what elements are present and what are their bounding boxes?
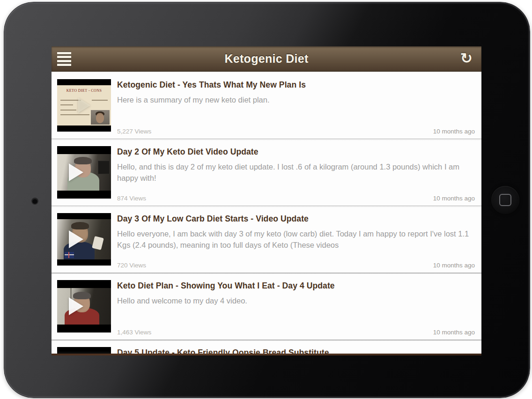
- video-views: 720 Views: [117, 262, 146, 269]
- video-meta: Ketogenic Diet - Yes Thats What My New P…: [117, 74, 475, 138]
- thumbnail-scene: [57, 154, 111, 191]
- thumbnail-slide-caption: KETO DIET - CONS: [57, 89, 111, 93]
- video-list-item[interactable]: KETO DIET - CONS: [52, 74, 481, 138]
- video-thumbnail[interactable]: [57, 146, 111, 199]
- tablet-device: Ketogenic Diet ↻ KETO DIET - CONS: [4, 2, 530, 398]
- play-icon: [69, 163, 83, 181]
- video-thumbnail[interactable]: [57, 280, 111, 332]
- video-meta: Day 5 Update - Keto Friendly Oopsie Brea…: [117, 341, 475, 355]
- video-title: Ketogenic Diet - Yes Thats What My New P…: [117, 80, 475, 90]
- play-icon: [69, 230, 83, 248]
- video-footer: 5,227 Views 10 months ago: [117, 128, 475, 135]
- play-icon: [78, 98, 90, 113]
- video-list: KETO DIET - CONS: [52, 72, 481, 355]
- video-title: Day 3 Of My Low Carb Diet Starts - Video…: [117, 214, 475, 224]
- video-list-item[interactable]: Day 5 Update - Keto Friendly Oopsie Brea…: [52, 341, 481, 355]
- video-description: Hello and welcome to my day 4 video.: [117, 296, 475, 307]
- video-footer: 874 Views 10 months ago: [117, 195, 475, 202]
- video-age: 10 months ago: [433, 329, 475, 336]
- thumbnail-scene: [57, 352, 111, 355]
- video-meta: Day 2 Of My Keto Diet Video Update Hello…: [117, 140, 475, 205]
- refresh-button[interactable]: ↻: [457, 46, 476, 71]
- video-description: Hello, and this is day 2 of my keto diet…: [117, 162, 475, 184]
- video-thumbnail[interactable]: [57, 213, 111, 266]
- video-thumbnail[interactable]: [57, 347, 111, 355]
- video-description: Hello everyone, I am back with day 3 of …: [117, 229, 475, 251]
- thumbnail-scene: [57, 219, 111, 259]
- page-title: Ketogenic Diet: [52, 46, 481, 71]
- video-age: 10 months ago: [433, 262, 475, 269]
- app-header: Ketogenic Diet ↻: [52, 46, 481, 72]
- thumbnail-scene: [57, 288, 111, 325]
- app-screen: Ketogenic Diet ↻ KETO DIET - CONS: [52, 46, 481, 355]
- video-title: Day 5 Update - Keto Friendly Oopsie Brea…: [117, 348, 475, 355]
- video-list-item[interactable]: Day 3 Of My Low Carb Diet Starts - Video…: [52, 207, 481, 272]
- play-icon: [69, 297, 83, 315]
- video-list-item[interactable]: Day 2 Of My Keto Diet Video Update Hello…: [52, 140, 481, 205]
- video-views: 5,227 Views: [117, 128, 151, 135]
- video-age: 10 months ago: [433, 128, 475, 135]
- home-button-icon: [499, 194, 511, 206]
- video-footer: 720 Views 10 months ago: [117, 262, 475, 269]
- webcam-inset: [91, 110, 110, 125]
- video-meta: Keto Diet Plan - Showing You What I Eat …: [117, 274, 475, 339]
- flag-graphic: [65, 252, 74, 258]
- video-description: Here is a summary of my new keto diet pl…: [117, 95, 475, 106]
- video-views: 874 Views: [117, 195, 146, 202]
- video-title: Day 2 Of My Keto Diet Video Update: [117, 147, 475, 157]
- home-button[interactable]: [491, 186, 519, 214]
- page: Ketogenic Diet ↻ KETO DIET - CONS: [0, 0, 532, 399]
- video-footer: 1,463 Views 10 months ago: [117, 329, 475, 336]
- refresh-icon: ↻: [460, 50, 473, 66]
- video-title: Keto Diet Plan - Showing You What I Eat …: [117, 281, 475, 291]
- front-camera: [32, 199, 37, 204]
- video-thumbnail[interactable]: KETO DIET - CONS: [57, 79, 111, 132]
- video-meta: Day 3 Of My Low Carb Diet Starts - Video…: [117, 207, 475, 272]
- video-views: 1,463 Views: [117, 329, 151, 336]
- video-age: 10 months ago: [433, 195, 475, 202]
- video-list-item[interactable]: Keto Diet Plan - Showing You What I Eat …: [52, 274, 481, 339]
